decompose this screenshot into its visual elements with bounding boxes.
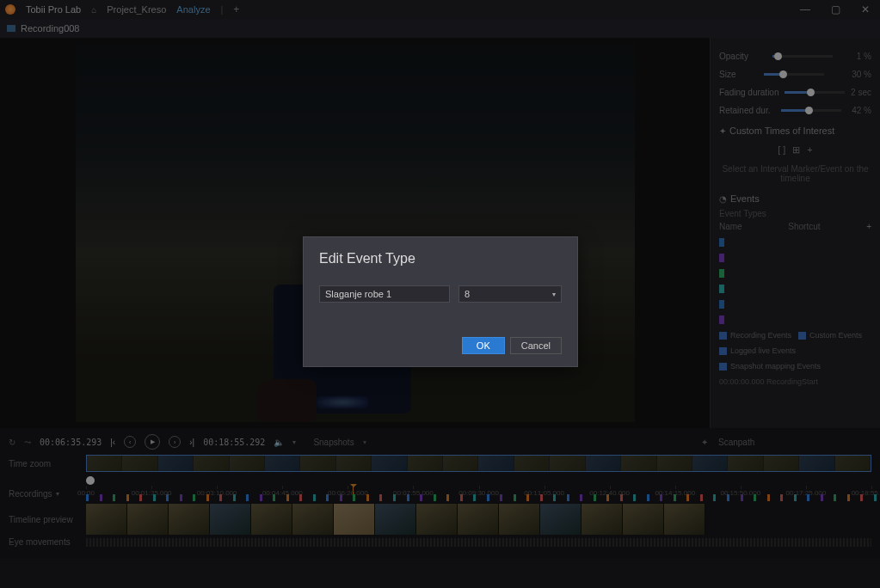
event-shortcut-select[interactable]: 8 ▾ (458, 285, 562, 303)
cancel-button[interactable]: Cancel (510, 337, 562, 354)
chevron-down-icon: ▾ (552, 291, 556, 298)
shortcut-value: 8 (465, 289, 470, 299)
ok-button[interactable]: OK (462, 337, 505, 354)
edit-event-type-dialog: Edit Event Type 8 ▾ OK Cancel (303, 236, 578, 367)
event-name-input[interactable] (319, 285, 450, 303)
modal-title: Edit Event Type (319, 251, 562, 266)
